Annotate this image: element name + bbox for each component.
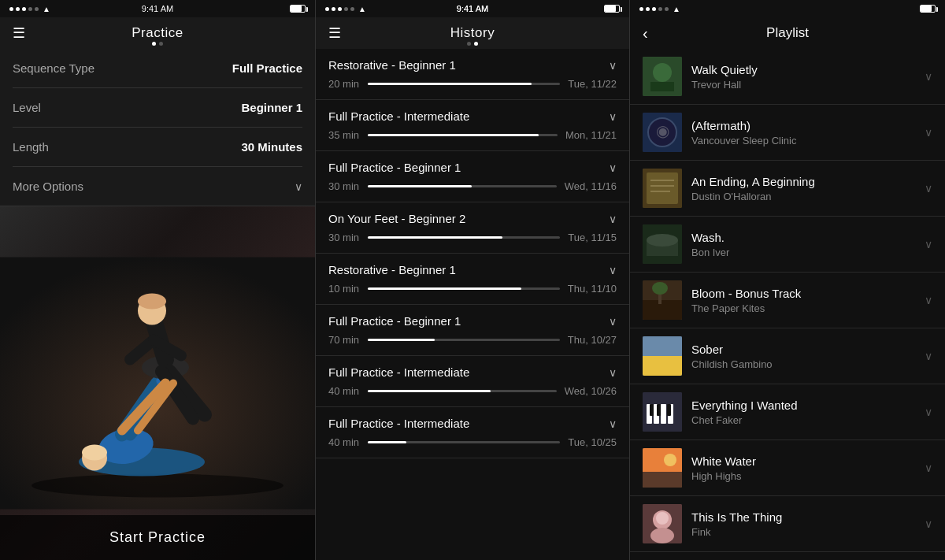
playlist-list[interactable]: Walk Quietly Trevor Hall ∨ ◉ (Aftermath)… [630, 49, 945, 560]
history-item-name: Full Practice - Beginner 1 [328, 314, 461, 328]
history-duration: 40 min [328, 385, 360, 397]
battery-icon [290, 5, 306, 13]
svg-point-20 [653, 63, 672, 82]
playlist-item[interactable]: An Ending, A Beginning Dustin O'Halloran… [630, 161, 945, 217]
page-dot-1 [152, 42, 156, 46]
practice-status-bar: ▲ 9:41 AM [0, 0, 315, 17]
playlist-wifi-icon: ▲ [673, 5, 680, 13]
history-duration: 30 min [328, 232, 360, 243]
playlist-item-chevron: ∨ [925, 350, 932, 362]
history-item[interactable]: Restorative - Beginner 1 ∨ 20 min Tue, 1… [316, 49, 629, 100]
signal-dot-5 [35, 7, 39, 11]
back-icon[interactable]: ‹ [643, 24, 648, 43]
playlist-panel: ▲ 9:41 AM ‹ Playlist Walk Quietly Trevor… [630, 0, 945, 560]
playlist-item[interactable]: Wash. Bon Iver ∨ [630, 217, 945, 273]
history-item-name: Full Practice - Intermediate [328, 109, 469, 123]
playlist-item[interactable]: White Water High Highs ∨ [630, 440, 945, 496]
playlist-item-chevron: ∨ [925, 238, 932, 250]
length-row[interactable]: Length 30 Minutes [13, 128, 302, 167]
history-progress-bar [368, 339, 560, 341]
history-item-footer: 40 min Wed, 10/26 [328, 385, 617, 397]
playlist-item[interactable]: ◉ (Aftermath) Vancouver Sleep Clinic ∨ [630, 105, 945, 161]
history-item-date: Tue, 10/25 [568, 436, 617, 448]
h-dot-4 [344, 7, 348, 11]
playlist-info: Wash. Bon Iver [691, 231, 915, 258]
history-item[interactable]: On Your Feet - Beginner 2 ∨ 30 min Tue, … [316, 202, 629, 254]
history-menu-icon[interactable]: ☰ [328, 24, 341, 42]
history-item[interactable]: Full Practice - Beginner 1 ∨ 70 min Thu,… [316, 305, 629, 356]
history-duration: 70 min [328, 334, 360, 346]
history-item-date: Mon, 11/21 [565, 129, 617, 141]
song-title: Sober [691, 343, 915, 356]
playlist-item-chevron: ∨ [925, 126, 932, 139]
h-battery-fill [605, 6, 616, 12]
playlist-item[interactable]: Bloom - Bonus Track The Paper Kites ∨ [630, 273, 945, 328]
practice-title: Practice [132, 25, 183, 41]
svg-point-1 [32, 474, 284, 498]
history-duration: 30 min [328, 180, 360, 192]
playlist-info: Everything I Wanted Chet Faker [691, 399, 915, 426]
history-item[interactable]: Full Practice - Intermediate ∨ 40 min Tu… [316, 407, 629, 458]
history-item-date: Tue, 11/15 [568, 232, 617, 243]
sequence-type-row[interactable]: Sequence Type Full Practice [13, 49, 302, 88]
history-item-name: Full Practice - Intermediate [328, 365, 469, 379]
history-progress-fill [368, 390, 491, 392]
history-item-chevron: ∨ [609, 213, 617, 225]
history-item[interactable]: Restorative - Beginner 1 ∨ 10 min Thu, 1… [316, 254, 629, 305]
album-art [643, 280, 682, 320]
song-artist: Fink [691, 526, 915, 538]
history-progress-fill [368, 441, 406, 443]
history-battery [604, 5, 620, 13]
level-row[interactable]: Level Beginner 1 [13, 88, 302, 128]
more-options-label: More Options [13, 180, 83, 193]
history-list[interactable]: Restorative - Beginner 1 ∨ 20 min Tue, 1… [316, 49, 629, 560]
song-artist: Trevor Hall [691, 79, 915, 91]
history-item-header: Full Practice - Intermediate ∨ [328, 417, 617, 430]
history-item-header: Full Practice - Intermediate ∨ [328, 109, 617, 123]
h-dot-3 [338, 7, 342, 11]
album-art [643, 57, 682, 96]
battery-area [290, 5, 306, 13]
history-progress-bar [368, 134, 558, 136]
history-item-header: Restorative - Beginner 1 ∨ [328, 58, 617, 72]
song-title: Everything I Wanted [691, 399, 915, 412]
playlist-item[interactable]: Walk Quietly Trevor Hall ∨ [630, 49, 945, 105]
song-title: This Is The Thing [691, 510, 915, 524]
history-item-footer: 30 min Wed, 11/16 [328, 180, 617, 192]
history-item[interactable]: Full Practice - Intermediate ∨ 35 min Mo… [316, 100, 629, 151]
song-title: Walk Quietly [691, 63, 915, 76]
album-art [643, 448, 682, 488]
playlist-item-chevron: ∨ [925, 294, 932, 306]
playlist-item[interactable]: This Is The Thing Fink ∨ [630, 496, 945, 552]
history-item-name: Full Practice - Intermediate [328, 417, 469, 430]
playlist-item[interactable]: Everything I Wanted Chet Faker ∨ [630, 384, 945, 440]
history-progress-fill [368, 339, 435, 341]
h-dot-5 [350, 7, 354, 11]
playlist-item-chevron: ∨ [925, 70, 932, 83]
playlist-info: (Aftermath) Vancouver Sleep Clinic [691, 119, 915, 146]
start-practice-bar[interactable]: Start Practice [0, 515, 315, 560]
history-progress-bar [368, 236, 560, 239]
svg-rect-47 [667, 404, 671, 416]
svg-point-55 [656, 512, 669, 525]
song-title: Wash. [691, 231, 915, 244]
svg-point-8 [82, 445, 107, 461]
signal-dot-2 [16, 7, 20, 11]
playlist-item[interactable]: Sober Childish Gambino ∨ [630, 328, 945, 384]
song-artist: Vancouver Sleep Clinic [691, 135, 915, 146]
history-progress-bar [368, 185, 557, 187]
song-artist: Bon Iver [691, 247, 915, 258]
playlist-item-chevron: ∨ [925, 406, 932, 418]
menu-icon[interactable]: ☰ [13, 24, 25, 42]
playlist-title: Playlist [766, 25, 809, 41]
history-progress-fill [368, 185, 472, 187]
page-dots [152, 42, 163, 46]
playlist-item-chevron: ∨ [925, 182, 932, 195]
history-item-chevron: ∨ [609, 161, 617, 174]
more-options-row[interactable]: More Options ∨ [0, 167, 315, 206]
history-item[interactable]: Full Practice - Intermediate ∨ 40 min We… [316, 356, 629, 407]
history-item[interactable]: Full Practice - Beginner 1 ∨ 30 min Wed,… [316, 151, 629, 202]
history-item-date: Tue, 11/22 [568, 78, 617, 90]
song-title: White Water [691, 454, 915, 468]
history-panel: ▲ 9:41 AM ☰ History Restorative - Beginn… [315, 0, 630, 560]
